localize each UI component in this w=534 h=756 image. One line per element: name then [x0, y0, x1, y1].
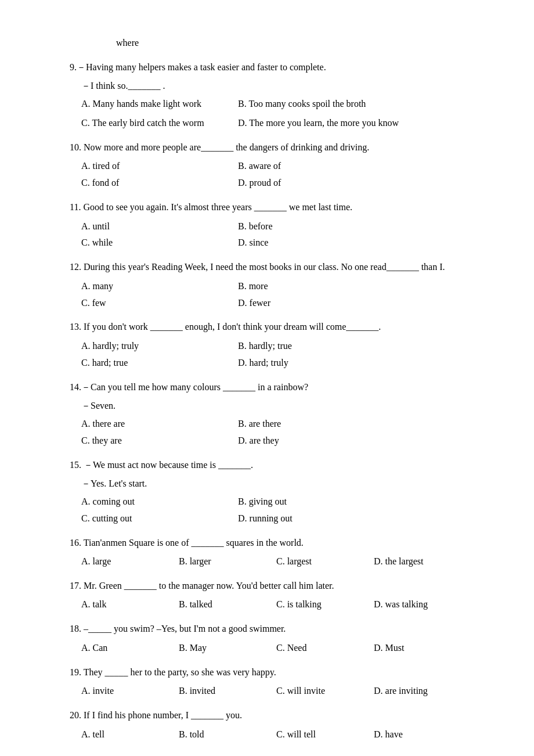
q14-options: A. there are B. are there C. they are D.…	[70, 416, 488, 449]
q18-opt-d: D. Must	[374, 640, 467, 657]
q16-opt-a: A. large	[81, 553, 174, 570]
question-13: 13. If you don't work _______ enough, I …	[70, 319, 488, 371]
q20-options: A. tell B. told C. will tell D. have	[70, 726, 488, 743]
q13-opt-c: C. hard; true	[81, 355, 232, 372]
q9-options-cd: C. The early bird catch the worm D. The …	[70, 115, 488, 132]
question-17: 17. Mr. Green _______ to the manager now…	[70, 578, 488, 613]
q9-opt-b: B. Too many cooks spoil the broth	[238, 96, 389, 113]
q10-opt-d: D. proud of	[238, 175, 389, 192]
q9-opt-d: D. The more you learn, the more you know	[238, 115, 399, 132]
q11-opt-c: C. while	[81, 235, 232, 251]
q11-opt-a: A. until	[81, 218, 232, 235]
q13-options: A. hardly; truly B. hardly; true C. hard…	[70, 338, 488, 372]
q9-opt-a: A. Many hands make light work	[81, 96, 232, 113]
q13-opt-a: A. hardly; truly	[81, 338, 232, 355]
q9-sub: －I think so._______ .	[70, 78, 488, 95]
where-continuation: where	[70, 35, 488, 52]
q20-opt-c: C. will tell	[276, 726, 369, 743]
question-19: 19. They _____ her to the party, so she …	[70, 665, 488, 700]
q16-opt-b: B. larger	[179, 553, 272, 570]
q9-opt-c: C. The early bird catch the worm	[81, 115, 232, 132]
q14-prompt: 14.－Can you tell me how many colours ___…	[70, 380, 488, 395]
q19-options: A. invite B. invited C. will invite D. a…	[70, 683, 488, 700]
question-9: 9.－Having many helpers makes a task easi…	[70, 60, 488, 132]
q16-opt-d: D. the largest	[374, 553, 467, 570]
q15-options: A. coming out B. giving out C. cutting o…	[70, 494, 488, 527]
q19-prompt: 19. They _____ her to the party, so she …	[70, 665, 488, 680]
q12-opt-c: C. few	[81, 295, 232, 312]
q14-opt-c: C. they are	[81, 433, 232, 449]
q15-opt-a: A. coming out	[81, 494, 232, 510]
question-15: 15. －We must act now because time is ___…	[70, 458, 488, 527]
q10-options: A. tired of B. aware of C. fond of D. pr…	[70, 158, 488, 192]
q9-options: A. Many hands make light work B. Too man…	[70, 96, 488, 113]
q16-options: A. large B. larger C. largest D. the lar…	[70, 553, 488, 570]
q15-opt-c: C. cutting out	[81, 510, 232, 527]
q15-opt-b: B. giving out	[238, 494, 389, 510]
q15-prompt: 15. －We must act now because time is ___…	[70, 458, 488, 473]
q13-opt-b: B. hardly; true	[238, 338, 389, 355]
q16-opt-c: C. largest	[276, 553, 369, 570]
q13-opt-d: D. hard; truly	[238, 355, 389, 372]
q10-opt-a: A. tired of	[81, 158, 232, 175]
q19-opt-c: C. will invite	[276, 683, 369, 700]
q17-opt-d: D. was talking	[374, 596, 467, 613]
q18-opt-a: A. Can	[81, 640, 174, 657]
q12-opt-d: D. fewer	[238, 295, 389, 312]
q11-prompt: 11. Good to see you again. It's almost t…	[70, 200, 488, 215]
q12-opt-b: B. more	[238, 278, 389, 295]
q15-sub: －Yes. Let's start.	[70, 476, 488, 492]
q12-opt-a: A. many	[81, 278, 232, 295]
q18-options: A. Can B. May C. Need D. Must	[70, 640, 488, 657]
q17-options: A. talk B. talked C. is talking D. was t…	[70, 596, 488, 613]
q19-opt-d: D. are inviting	[374, 683, 467, 700]
question-11: 11. Good to see you again. It's almost t…	[70, 200, 488, 251]
q13-prompt: 13. If you don't work _______ enough, I …	[70, 319, 488, 334]
q18-opt-b: B. May	[179, 640, 272, 657]
q19-opt-b: B. invited	[179, 683, 272, 700]
q14-opt-d: D. are they	[238, 433, 389, 449]
q20-opt-d: D. have	[374, 726, 467, 743]
question-16: 16. Tian'anmen Square is one of _______ …	[70, 535, 488, 570]
q18-opt-c: C. Need	[276, 640, 369, 657]
q14-opt-a: A. there are	[81, 416, 232, 433]
q11-opt-b: B. before	[238, 218, 389, 235]
q12-options: A. many B. more C. few D. fewer	[70, 278, 488, 312]
q11-options: A. until B. before C. while D. since	[70, 218, 488, 252]
q10-opt-b: B. aware of	[238, 158, 389, 175]
q17-prompt: 17. Mr. Green _______ to the manager now…	[70, 578, 488, 593]
q14-opt-b: B. are there	[238, 416, 389, 433]
q10-opt-c: C. fond of	[81, 175, 232, 192]
q15-opt-d: D. running out	[238, 510, 389, 527]
q20-opt-a: A. tell	[81, 726, 174, 743]
q20-prompt: 20. If I find his phone number, I ______…	[70, 708, 488, 723]
q20-opt-b: B. told	[179, 726, 272, 743]
q11-opt-d: D. since	[238, 235, 389, 251]
q19-opt-a: A. invite	[81, 683, 174, 700]
q17-opt-c: C. is talking	[276, 596, 369, 613]
q10-prompt: 10. Now more and more people are_______ …	[70, 140, 488, 155]
q16-prompt: 16. Tian'anmen Square is one of _______ …	[70, 535, 488, 550]
q12-prompt: 12. During this year's Reading Week, I n…	[70, 260, 488, 275]
question-10: 10. Now more and more people are_______ …	[70, 140, 488, 192]
q18-prompt: 18. –_____ you swim? –Yes, but I'm not a…	[70, 621, 488, 636]
question-18: 18. –_____ you swim? –Yes, but I'm not a…	[70, 621, 488, 656]
question-12: 12. During this year's Reading Week, I n…	[70, 260, 488, 311]
q17-opt-b: B. talked	[179, 596, 272, 613]
q14-sub: －Seven.	[70, 398, 488, 415]
q17-opt-a: A. talk	[81, 596, 174, 613]
question-20: 20. If I find his phone number, I ______…	[70, 708, 488, 743]
question-14: 14.－Can you tell me how many colours ___…	[70, 380, 488, 449]
q9-prompt: 9.－Having many helpers makes a task easi…	[70, 60, 488, 75]
